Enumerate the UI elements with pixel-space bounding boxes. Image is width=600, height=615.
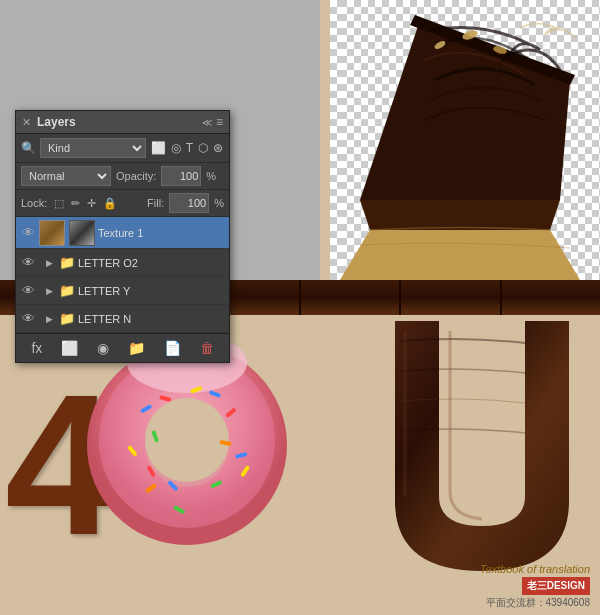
layer-visibility-n[interactable]: 👁 xyxy=(20,311,36,326)
filter-smart-button[interactable]: ⊛ xyxy=(212,140,224,156)
lock-all-button[interactable]: 🔒 xyxy=(101,196,119,211)
filter-adjustment-button[interactable]: ◎ xyxy=(170,140,182,156)
opacity-percent: % xyxy=(206,170,216,182)
filter-shape-button[interactable]: ⬡ xyxy=(197,140,209,156)
panel-collapse-button[interactable]: ≪ xyxy=(202,117,212,128)
layer-mask-texture1 xyxy=(69,220,95,246)
fill-percent: % xyxy=(214,197,224,209)
layer-name-texture1: Texture 1 xyxy=(98,227,225,239)
lock-icons-group: ⬚ ✏ ✛ 🔒 xyxy=(52,196,142,211)
layer-visibility-o2[interactable]: 👁 xyxy=(20,255,36,270)
mask-button[interactable]: ⬜ xyxy=(58,338,81,358)
layer-visibility-texture1[interactable]: 👁 xyxy=(20,225,36,240)
search-icon: 🔍 xyxy=(21,141,36,155)
letter-u-display xyxy=(385,321,580,585)
layer-name-o2: LETTER O2 xyxy=(78,257,225,269)
lock-row: Lock: ⬚ ✏ ✛ 🔒 Fill: % xyxy=(16,190,229,217)
lock-transparent-button[interactable]: ⬚ xyxy=(52,196,66,211)
wechat-label: 平面交流群：43940608 xyxy=(480,596,590,610)
filter-type-button[interactable]: T xyxy=(185,140,194,156)
blend-mode-dropdown[interactable]: Normal xyxy=(21,166,111,186)
cake-slice-image xyxy=(340,0,600,285)
layer-letter-o2[interactable]: 👁 ▶ 📁 LETTER O2 xyxy=(16,249,229,277)
group-arrow-n[interactable]: ▶ xyxy=(46,314,56,324)
filter-icons-group: ⬜ ◎ T ⬡ ⊛ xyxy=(150,140,224,156)
svg-marker-6 xyxy=(340,230,580,280)
panel-title: Layers xyxy=(37,115,76,129)
lock-position-button[interactable]: ✛ xyxy=(85,196,98,211)
delete-button[interactable]: 🗑 xyxy=(197,338,217,358)
opacity-input[interactable] xyxy=(161,166,201,186)
group-folder-icon-n: 📁 xyxy=(59,311,75,326)
layer-texture1[interactable]: 👁 Texture 1 xyxy=(16,217,229,249)
lock-pixels-button[interactable]: ✏ xyxy=(69,196,82,211)
group-arrow-y[interactable]: ▶ xyxy=(46,286,56,296)
layer-name-n: LETTER N xyxy=(78,313,225,325)
filter-row: 🔍 Kind ⬜ ◎ T ⬡ ⊛ xyxy=(16,134,229,163)
donut-letter-o xyxy=(80,335,295,550)
layers-panel: ✕ Layers ≪ ≡ 🔍 Kind ⬜ ◎ T ⬡ ⊛ Normal Opa… xyxy=(15,110,230,363)
svg-marker-7 xyxy=(360,200,560,230)
lock-label: Lock: xyxy=(21,197,47,209)
group-folder-icon-o2: 📁 xyxy=(59,255,75,270)
new-layer-button[interactable]: 📄 xyxy=(161,338,184,358)
textbook-label: Textbook of translation xyxy=(480,563,590,575)
brand-box: 老三DESIGN xyxy=(522,577,590,595)
layer-visibility-y[interactable]: 👁 xyxy=(20,283,36,298)
layer-letter-y[interactable]: 👁 ▶ 📁 LETTER Y xyxy=(16,277,229,305)
layer-name-y: LETTER Y xyxy=(78,285,225,297)
panel-toolbar: fx ⬜ ◉ 📁 📄 🗑 xyxy=(16,333,229,362)
layer-thumb-texture1 xyxy=(39,220,65,246)
selected-bar xyxy=(226,217,229,248)
group-folder-icon-y: 📁 xyxy=(59,283,75,298)
filter-kind-dropdown[interactable]: Kind xyxy=(40,138,146,158)
opacity-label: Opacity: xyxy=(116,170,156,182)
layer-letter-n[interactable]: 👁 ▶ 📁 LETTER N xyxy=(16,305,229,333)
watermark-area: Textbook of translation 老三DESIGN 平面交流群：4… xyxy=(480,563,590,610)
panel-menu-icon[interactable]: ≡ xyxy=(216,115,223,129)
blend-mode-row: Normal Opacity: % xyxy=(16,163,229,190)
folder-button[interactable]: 📁 xyxy=(125,338,148,358)
panel-close-button[interactable]: ✕ xyxy=(22,116,31,129)
adjustment-button[interactable]: ◉ xyxy=(94,338,112,358)
fx-button[interactable]: fx xyxy=(28,338,45,358)
group-arrow-o2[interactable]: ▶ xyxy=(46,258,56,268)
filter-pixel-button[interactable]: ⬜ xyxy=(150,140,167,156)
fill-input[interactable] xyxy=(169,193,209,213)
fill-label: Fill: xyxy=(147,197,164,209)
panel-titlebar: ✕ Layers ≪ ≡ xyxy=(16,111,229,134)
